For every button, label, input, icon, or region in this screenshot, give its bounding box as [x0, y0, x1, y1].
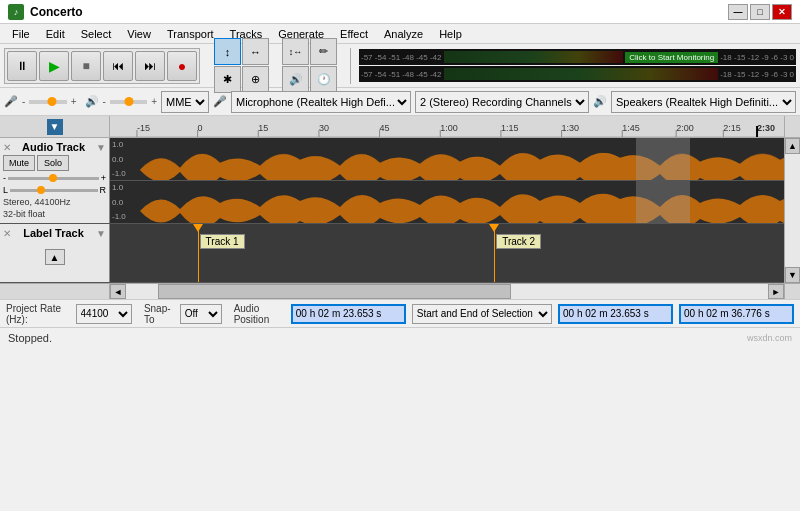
- multi-tool[interactable]: ↕↔: [282, 38, 309, 65]
- solo-button[interactable]: Solo: [37, 155, 69, 171]
- meter-scale-top: -57 -54 -51 -48 -45 -42: [359, 53, 444, 62]
- sel-end-input[interactable]: [679, 304, 794, 324]
- title-bar: ♪ Concerto — □ ✕: [0, 0, 800, 24]
- timeline-right-spacer: [784, 116, 800, 137]
- svg-text:1:15: 1:15: [501, 123, 519, 133]
- label-text-2: Track 2: [496, 234, 541, 249]
- label-text-1: Track 1: [200, 234, 245, 249]
- svg-text:-15: -15: [137, 123, 150, 133]
- snap-to-label: Snap-To: [144, 303, 174, 325]
- speaker-tool[interactable]: 🔊: [282, 66, 309, 93]
- track-close-x[interactable]: ✕: [3, 142, 11, 153]
- waveform-channel-bottom: 1.0 0.0 -1.0: [110, 181, 784, 223]
- zoom-tool[interactable]: ⊕: [242, 66, 269, 93]
- selection-type-select[interactable]: Start and End of Selection: [412, 304, 552, 324]
- svg-text:30: 30: [319, 123, 329, 133]
- track-info: Stereo, 44100Hz32-bit float: [3, 197, 106, 220]
- scroll-down-button[interactable]: ▼: [785, 267, 800, 283]
- label-track-close[interactable]: ✕: [3, 228, 11, 239]
- driver-dropdown[interactable]: MME: [161, 91, 209, 113]
- stop-button[interactable]: ■: [71, 51, 101, 81]
- timeline-svg: -15 0 15 30 45 1:00 1:15 1:30 1:45 2:00 …: [110, 116, 784, 137]
- audio-position-input[interactable]: [291, 304, 406, 324]
- h-scroll-track[interactable]: [126, 284, 768, 299]
- vertical-scrollbar: ▲ ▼: [784, 138, 800, 283]
- label-track-title: Label Track: [23, 227, 84, 239]
- track-pan-slider[interactable]: [10, 189, 97, 192]
- close-button[interactable]: ✕: [772, 4, 792, 20]
- scroll-right-button[interactable]: ►: [768, 284, 784, 299]
- mute-button[interactable]: Mute: [3, 155, 35, 171]
- record-button[interactable]: ●: [167, 51, 197, 81]
- track-volume-slider[interactable]: [8, 177, 99, 180]
- select-tool[interactable]: ↕: [214, 38, 241, 65]
- next-button[interactable]: ⏭: [135, 51, 165, 81]
- selection-highlight-bottom: [636, 181, 690, 223]
- track-expand-arrow[interactable]: ▼: [96, 142, 106, 153]
- menu-help[interactable]: Help: [431, 26, 470, 42]
- timeline-dropdown-btn[interactable]: ▼: [47, 119, 63, 135]
- label-track: ✕ Label Track ▼ ▲ Track 1: [0, 224, 784, 283]
- project-rate-select[interactable]: 44100: [76, 304, 132, 324]
- scroll-up-button[interactable]: ▲: [785, 138, 800, 154]
- envelope-tool[interactable]: ↔: [242, 38, 269, 65]
- menu-file[interactable]: File: [4, 26, 38, 42]
- svg-text:0: 0: [198, 123, 203, 133]
- menu-analyze[interactable]: Analyze: [376, 26, 431, 42]
- menu-edit[interactable]: Edit: [38, 26, 73, 42]
- app-icon: ♪: [8, 4, 24, 20]
- speaker-device-icon: 🔊: [593, 95, 607, 108]
- menu-transport[interactable]: Transport: [159, 26, 222, 42]
- sel-start-input[interactable]: [558, 304, 673, 324]
- scale2-1-0: 1.0: [112, 183, 140, 192]
- output-volume-slider[interactable]: [110, 100, 147, 104]
- selection-highlight-top: [636, 138, 690, 180]
- status-bar: Stopped. wsxdn.com: [0, 327, 800, 347]
- timeline-ruler: -15 0 15 30 45 1:00 1:15 1:30 1:45 2:00 …: [110, 116, 784, 137]
- waveform-scale-bottom: 1.0 0.0 -1.0: [112, 183, 140, 221]
- svg-text:15: 15: [258, 123, 268, 133]
- svg-text:1:45: 1:45: [622, 123, 640, 133]
- menu-select[interactable]: Select: [73, 26, 120, 42]
- vol-minus: -: [22, 96, 25, 107]
- menu-view[interactable]: View: [119, 26, 159, 42]
- pan-r-label: R: [100, 185, 107, 195]
- track-volume-knob: [49, 174, 57, 182]
- svg-text:2:00: 2:00: [676, 123, 694, 133]
- audio-track-title: Audio Track: [22, 141, 85, 153]
- label-expand-arrow[interactable]: ▲: [45, 249, 65, 265]
- h-scroll-thumb[interactable]: [158, 284, 511, 299]
- speaker-dropdown[interactable]: Speakers (Realtek High Definiti...: [611, 91, 796, 113]
- toolbar-row1: ⏸ ▶ ■ ⏮ ⏭ ● ↕ ↔ ✱ ⊕ ↕↔ ✏ 🔊 🕐 -57 -54 -51…: [0, 44, 800, 88]
- microphone-dropdown[interactable]: Microphone (Realtek High Defi...: [231, 91, 411, 113]
- time-tool[interactable]: 🕐: [310, 66, 337, 93]
- toolbar-separator: [350, 48, 351, 84]
- minimize-button[interactable]: —: [728, 4, 748, 20]
- rate-label: Project Rate (Hz):: [6, 303, 70, 325]
- snap-to-select[interactable]: Off: [180, 304, 222, 324]
- volume-control: - +: [3, 173, 106, 183]
- scroll-left-button[interactable]: ◄: [110, 284, 126, 299]
- maximize-button[interactable]: □: [750, 4, 770, 20]
- click-to-monitor[interactable]: Click to Start Monitoring: [625, 52, 718, 63]
- pause-button[interactable]: ⏸: [7, 51, 37, 81]
- h-scroll-left-spacer: [0, 284, 110, 299]
- play-button[interactable]: ▶: [39, 51, 69, 81]
- waveform-scale-top: 1.0 0.0 -1.0: [112, 140, 140, 178]
- prev-button[interactable]: ⏮: [103, 51, 133, 81]
- vol-minus-label: -: [3, 173, 6, 183]
- scale-0-0: 0.0: [112, 155, 140, 164]
- mute-solo-controls: Mute Solo: [3, 155, 106, 171]
- svg-text:45: 45: [380, 123, 390, 133]
- tool-buttons: ↕ ↔ ✱ ⊕: [214, 38, 272, 93]
- label-track-header: ✕ Label Track ▼ ▲: [0, 224, 110, 282]
- scroll-track[interactable]: [785, 154, 800, 267]
- label-track-expand[interactable]: ▼: [96, 228, 106, 239]
- scale-neg-1-0: -1.0: [112, 169, 140, 178]
- channels-dropdown[interactable]: 2 (Stereo) Recording Channels: [415, 91, 589, 113]
- draw-tool[interactable]: ✱: [214, 66, 241, 93]
- window-controls: — □ ✕: [728, 4, 792, 20]
- input-volume-slider[interactable]: [29, 100, 66, 104]
- input-meter-top: [444, 51, 624, 63]
- pencil-tool[interactable]: ✏: [310, 38, 337, 65]
